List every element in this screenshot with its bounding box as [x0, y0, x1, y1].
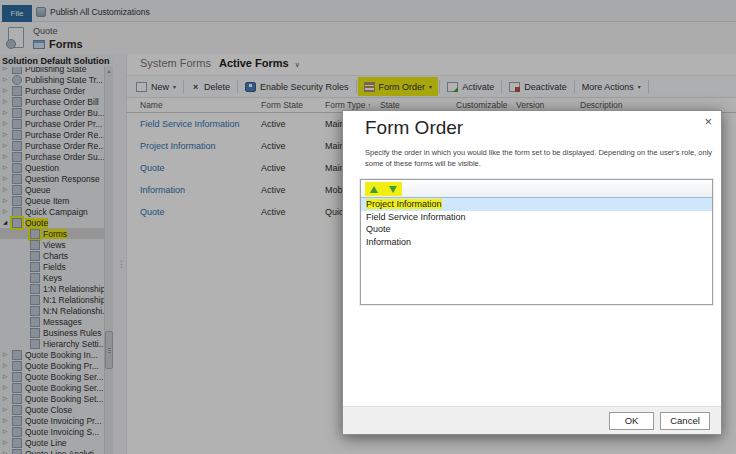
ok-button[interactable]: OK: [609, 412, 654, 430]
list-item-label: Quote: [366, 224, 391, 234]
list-item[interactable]: Field Service Information: [361, 211, 712, 224]
form-order-listbox: Project Information Field Service Inform…: [360, 179, 713, 305]
listbox-toolbar: [361, 180, 712, 198]
list-item[interactable]: Project Information: [361, 198, 712, 211]
list-item[interactable]: Information: [361, 236, 712, 249]
list-item-label: Information: [366, 237, 411, 247]
form-order-list: Project Information Field Service Inform…: [361, 198, 712, 248]
form-order-dialog: Form Order Specify the order in which yo…: [342, 110, 722, 435]
move-up-icon[interactable]: [370, 186, 378, 193]
list-item-label: Field Service Information: [366, 212, 466, 222]
crm-customization-window: File Publish All Customizations Quote Fo…: [0, 0, 736, 454]
cancel-button[interactable]: Cancel: [660, 412, 710, 430]
list-item[interactable]: Quote: [361, 223, 712, 236]
dialog-footer: OK Cancel: [343, 406, 721, 434]
list-item-label: Project Information: [366, 199, 442, 209]
move-down-icon[interactable]: [389, 186, 397, 193]
reorder-arrows: [365, 182, 402, 196]
dialog-description: Specify the order in which you would lik…: [365, 147, 717, 169]
close-icon[interactable]: [704, 115, 712, 129]
dialog-title: Form Order: [365, 117, 463, 139]
